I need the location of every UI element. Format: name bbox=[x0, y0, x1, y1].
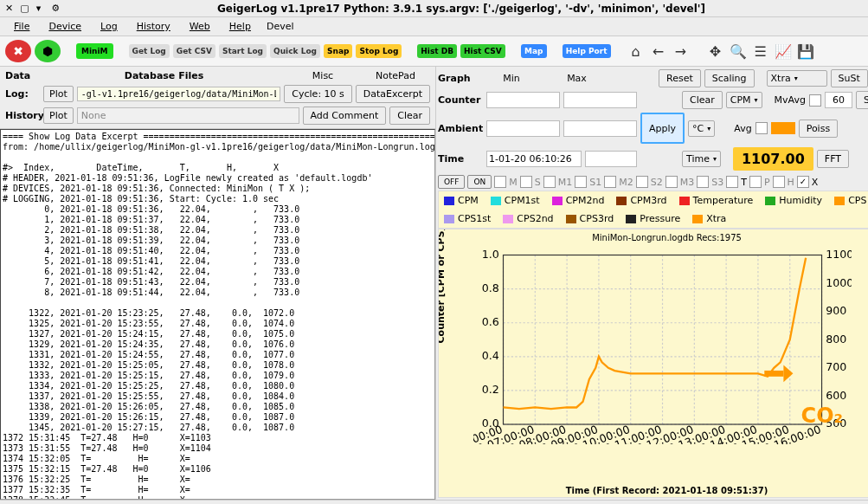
startlog-button[interactable]: Start Log bbox=[219, 44, 267, 58]
menu-help[interactable]: Help bbox=[222, 19, 258, 34]
snap-button[interactable]: Snap bbox=[324, 44, 352, 58]
avg-label: Avg bbox=[734, 123, 751, 134]
history-input[interactable] bbox=[77, 107, 299, 124]
getlog-button[interactable]: Get Log bbox=[129, 44, 170, 58]
x-axis-label: Time (First Record: 2021-01-18 09:51:37) bbox=[439, 486, 868, 495]
legend-label: CPS1st bbox=[458, 213, 491, 224]
counter-min-input[interactable] bbox=[486, 92, 560, 108]
clear-graph-button[interactable]: Clear bbox=[682, 91, 723, 109]
ambient-max-input[interactable] bbox=[563, 120, 637, 137]
menu-file[interactable]: File bbox=[7, 19, 36, 34]
time-select[interactable]: Time bbox=[682, 151, 721, 167]
check-m2[interactable] bbox=[604, 176, 616, 188]
counter-max-input[interactable] bbox=[563, 92, 637, 108]
check-m3[interactable] bbox=[665, 176, 678, 188]
co2-annotation: CO₂ bbox=[801, 404, 844, 428]
plot-history-button[interactable]: Plot bbox=[43, 107, 74, 124]
chart-area[interactable]: MiniMon-Longrun.logdb Recs:1975 Counter … bbox=[438, 229, 868, 498]
minim-button[interactable]: MiniM bbox=[76, 43, 113, 59]
connect-button[interactable]: ⬢ bbox=[35, 40, 61, 62]
menu-log[interactable]: Log bbox=[93, 19, 125, 34]
check-s2[interactable] bbox=[636, 176, 648, 188]
log-path-input[interactable] bbox=[77, 87, 281, 101]
log-text-pane[interactable]: ==== Show Log Data Excerpt =============… bbox=[0, 129, 435, 500]
xtra-select[interactable]: Xtra bbox=[767, 70, 827, 87]
reset-button[interactable]: Reset bbox=[659, 69, 701, 87]
quicklog-button[interactable]: Quick Log bbox=[270, 44, 320, 58]
legend-item: CPM3rd bbox=[616, 195, 666, 206]
mvavg-label: MvAvg bbox=[775, 94, 806, 106]
menu-web[interactable]: Web bbox=[183, 19, 217, 34]
scaling-button[interactable]: Scaling bbox=[704, 69, 755, 87]
check-s[interactable] bbox=[520, 176, 532, 188]
histdb-button[interactable]: Hist DB bbox=[417, 44, 457, 58]
plot-log-button[interactable]: Plot bbox=[43, 86, 74, 102]
check-m1[interactable] bbox=[543, 176, 556, 188]
map-button[interactable]: Map bbox=[521, 44, 547, 58]
check-s1[interactable] bbox=[575, 176, 587, 188]
menu-devel[interactable]: Devel bbox=[263, 19, 298, 34]
getcsv-button[interactable]: Get CSV bbox=[173, 44, 215, 58]
fft-button[interactable]: FFT bbox=[817, 150, 849, 168]
back-icon[interactable]: ← bbox=[649, 42, 668, 61]
mvavg-checkbox[interactable] bbox=[809, 94, 821, 107]
power-button[interactable]: ✖ bbox=[5, 40, 31, 62]
graph-heading: Graph bbox=[438, 73, 483, 84]
check-t[interactable] bbox=[726, 176, 738, 188]
check-x[interactable] bbox=[797, 176, 809, 188]
cpm-select[interactable]: CPM bbox=[726, 92, 762, 108]
legend-item: CPM1st bbox=[491, 195, 540, 206]
menu-device[interactable]: Device bbox=[42, 19, 88, 34]
check-s3[interactable] bbox=[697, 176, 709, 188]
dataexcerpt-button[interactable]: DataExcerpt bbox=[356, 85, 430, 103]
addcomment-button[interactable]: Add Comment bbox=[303, 107, 387, 125]
app-icon: ⚙ bbox=[51, 3, 60, 14]
legend-item: Humidity bbox=[765, 195, 822, 206]
degc-select[interactable]: °C bbox=[688, 120, 715, 137]
home-icon[interactable]: ⌂ bbox=[627, 42, 646, 61]
chart-legend: CPMCPM1stCPM2ndCPM3rdTemperatureHumidity… bbox=[438, 191, 868, 229]
stats-button[interactable]: Stats bbox=[856, 91, 868, 109]
chart-title: MiniMon-Longrun.logdb Recs:1975 bbox=[442, 233, 868, 242]
legend-label: CPS2nd bbox=[517, 213, 553, 224]
time-min-input[interactable] bbox=[486, 151, 582, 167]
cycle-button[interactable]: Cycle: 10 s bbox=[284, 85, 352, 103]
mvavg-input[interactable] bbox=[825, 92, 852, 108]
minimize-icon[interactable]: ▾ bbox=[36, 3, 42, 14]
check-m[interactable] bbox=[494, 176, 506, 188]
check-h[interactable] bbox=[773, 176, 785, 188]
legend-item: Temperature bbox=[679, 195, 754, 206]
legend-label: Pressure bbox=[640, 213, 680, 224]
zoom-icon[interactable]: 🔍 bbox=[729, 42, 748, 61]
stoplog-button[interactable]: Stop Log bbox=[356, 44, 402, 58]
avg-checkbox[interactable] bbox=[755, 122, 768, 134]
histcsv-button[interactable]: Hist CSV bbox=[460, 44, 505, 58]
legend-label: Xtra bbox=[706, 213, 726, 224]
legend-swatch bbox=[444, 197, 454, 205]
data-heading: Data bbox=[5, 70, 40, 81]
save-icon[interactable]: 💾 bbox=[796, 42, 815, 61]
legend-label: CPM3rd bbox=[630, 195, 666, 206]
legend-swatch bbox=[552, 197, 563, 205]
chart-icon[interactable]: 📈 bbox=[774, 42, 793, 61]
move-icon[interactable]: ✥ bbox=[706, 42, 725, 61]
time-max-input[interactable] bbox=[585, 151, 637, 167]
check-p[interactable] bbox=[749, 176, 762, 188]
status-bar bbox=[0, 500, 868, 504]
poiss-button[interactable]: Poiss bbox=[799, 120, 839, 138]
helpport-button[interactable]: Help Port bbox=[563, 44, 611, 58]
legend-item: Pressure bbox=[626, 213, 680, 224]
clear-notepad-button[interactable]: Clear bbox=[389, 107, 430, 125]
menu-history[interactable]: History bbox=[130, 19, 177, 34]
forward-icon[interactable]: → bbox=[672, 42, 691, 61]
legend-swatch bbox=[566, 215, 576, 223]
sliders-icon[interactable]: ☰ bbox=[751, 42, 770, 61]
close-window-icon[interactable]: ✕ bbox=[5, 3, 13, 14]
apply-button[interactable]: Apply bbox=[640, 113, 685, 144]
off-button[interactable]: OFF bbox=[438, 175, 465, 189]
maximize-icon[interactable]: ▢ bbox=[20, 3, 29, 14]
sust-button[interactable]: SuSt bbox=[831, 69, 868, 87]
on-button[interactable]: ON bbox=[467, 175, 492, 189]
ambient-min-input[interactable] bbox=[486, 120, 560, 137]
history-label: History: bbox=[5, 110, 40, 121]
